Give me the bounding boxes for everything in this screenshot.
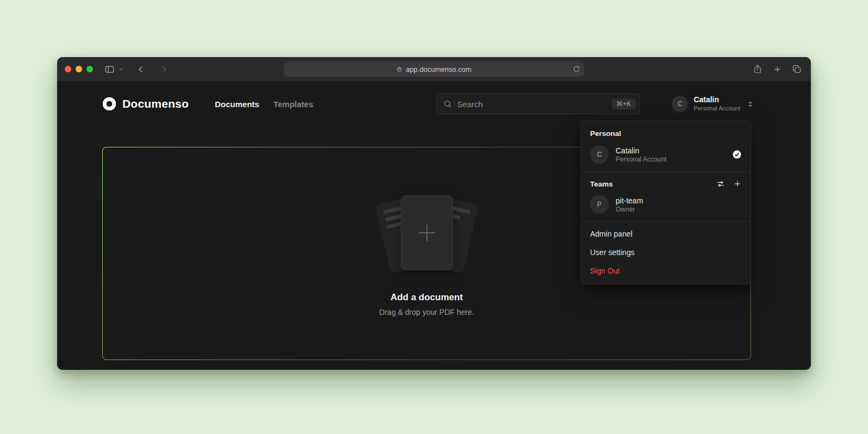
account-avatar: C [672,96,688,112]
menu-item-admin-panel[interactable]: Admin panel [581,225,751,243]
account-chevron-updown-icon [747,100,754,108]
menu-item-user-settings[interactable]: User settings [581,243,751,262]
brand-name: Documenso [122,97,189,110]
account-subtitle: Personal Account [693,105,740,113]
lock-icon [396,66,402,72]
account-menu-button[interactable]: C Catalin Personal Account [672,95,754,112]
toolbar-right-actions [750,57,804,81]
browser-window: app.documenso.com Documenso D [57,57,811,370]
app-content: Documenso Documents Templates ⌘+K C Cata… [57,81,811,370]
tab-overview-icon[interactable] [789,61,804,77]
account-name: Catalin [693,95,740,105]
sidebar-toggle-icon[interactable] [102,61,117,77]
menu-item-sign-out[interactable]: Sign Out [581,262,751,280]
account-dropdown-menu: Personal C Catalin Personal Account Team… [581,121,751,284]
teams-section-header: Teams [581,175,751,191]
main-nav: Documents Templates [215,100,313,109]
sidebar-chevron-down-icon[interactable] [117,61,126,77]
nav-item-documents[interactable]: Documents [215,100,259,109]
brand-home-link[interactable]: Documenso [102,97,189,111]
search-input[interactable] [457,100,607,109]
personal-account-item[interactable]: C Catalin Personal Account [581,141,751,169]
documenso-logo-icon [102,97,116,111]
traffic-lights [65,66,93,72]
personal-account-subtitle: Personal Account [616,156,666,163]
search-bar[interactable]: ⌘+K [436,94,640,114]
address-bar[interactable]: app.documenso.com [284,61,584,77]
personal-section-label: Personal [581,124,751,141]
personal-account-name: Catalin [616,146,666,156]
team-avatar: P [590,195,609,214]
document-card-add [401,195,453,270]
refresh-icon[interactable] [573,65,580,73]
teams-section-label: Teams [590,180,613,188]
menu-divider [581,171,751,172]
browser-toolbar: app.documenso.com [57,57,811,81]
share-icon[interactable] [750,61,765,77]
search-icon [443,100,452,108]
new-tab-icon[interactable] [770,61,785,77]
forward-button[interactable] [156,61,171,77]
back-button[interactable] [133,61,148,77]
add-team-icon[interactable] [733,179,742,188]
plus-icon [416,222,438,244]
team-item[interactable]: P pit-team Owner [581,191,751,219]
document-stack-illustration [364,191,489,279]
menu-divider [581,221,751,222]
minimize-window-button[interactable] [76,66,82,72]
zoom-window-button[interactable] [86,66,93,72]
personal-account-avatar: C [590,145,609,164]
team-name: pit-team [616,196,643,206]
search-shortcut-badge: ⌘+K [612,98,635,109]
dropzone-title: Add a document [390,292,463,303]
team-role: Owner [616,206,643,213]
selected-check-icon [732,150,742,159]
manage-teams-icon[interactable] [716,179,725,188]
close-window-button[interactable] [65,66,71,72]
nav-item-templates[interactable]: Templates [274,100,313,109]
app-header: Documenso Documents Templates ⌘+K C Cata… [102,93,754,115]
address-url: app.documenso.com [406,65,472,73]
dropzone-subtitle: Drag & drop your PDF here. [379,308,474,317]
